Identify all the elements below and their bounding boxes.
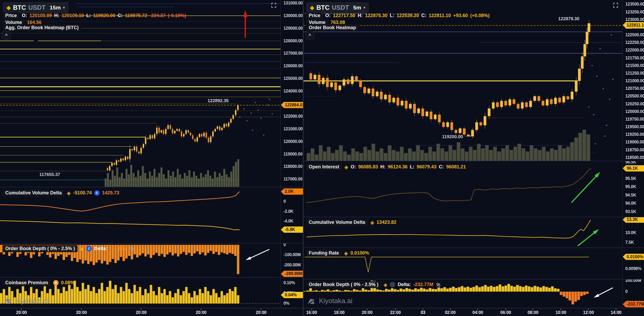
- bitcoin-icon: B: [53, 280, 59, 286]
- delta-value: -232.77M: [413, 282, 433, 287]
- right-oi-row: Open Interest ◈ O:96085.83 H:96124.36 L:…: [306, 163, 466, 170]
- axis-tick: 127000.00: [283, 51, 303, 56]
- right-oi-pane: 96.5K95.5K95.0K94.5K94.0K93.5K96.1K Open…: [303, 161, 644, 217]
- low-key: L:: [410, 164, 414, 170]
- unlink-icon[interactable]: [436, 282, 441, 287]
- axis-tick: 117000.00: [283, 177, 302, 182]
- axis-tick: 121250.00: [625, 71, 644, 76]
- left-symbol-selector[interactable]: ◈ BTCUSDT 15m ▾: [3, 2, 69, 13]
- right-time-axis[interactable]: 16:0018:0020:0022:000302:0004:0006:0008:…: [303, 308, 644, 316]
- right-obd-row: Order Book Depth ( 0% - 2.5% ) ◈ Delta: …: [306, 281, 441, 288]
- close-value: 122811.10: [429, 13, 451, 18]
- link-icon[interactable]: [130, 246, 135, 251]
- price-badge: 122884.01: [281, 102, 303, 108]
- high-key: H:: [54, 13, 59, 18]
- time-tick: 03: [421, 309, 425, 315]
- funding-value: 0.0100%: [350, 250, 369, 256]
- right-obd-axis[interactable]: 200.00M0-200.00M-232.77M: [622, 279, 644, 308]
- right-symbol-row: ◈ BTCUSDT 5m ▾: [306, 2, 369, 13]
- axis-tick: 0%: [283, 301, 290, 306]
- axis-tick: -100.00M: [283, 252, 301, 257]
- svg-text:117655.37: 117655.37: [39, 172, 60, 177]
- right-chart-panel: 119200.00122879.30 123500.00123250.00123…: [303, 0, 644, 316]
- axis-tick: 122250.00: [625, 40, 644, 45]
- axis-tick: 118750.00: [625, 148, 644, 152]
- change-value: +93.60: [453, 13, 468, 18]
- price-badge: -232.77M: [623, 301, 644, 307]
- time-tick: 08:00: [528, 309, 538, 315]
- left-premium-axis[interactable]: 0.10%0.05%0%0.04%: [281, 278, 303, 308]
- axis-tick: 93.5K: [625, 209, 636, 214]
- svg-text:122879.30: 122879.30: [558, 16, 579, 21]
- time-tick: 20:00: [196, 309, 206, 315]
- axis-tick: 123000.00: [625, 17, 644, 22]
- axis-tick: 120500.00: [625, 94, 644, 99]
- axis-tick: 200.00M: [625, 279, 641, 283]
- right-cvd-axis[interactable]: 10.0K7.5K13.3K: [622, 217, 644, 247]
- collapse-icon: ^: [308, 33, 311, 38]
- axis-tick: 125000.00: [283, 76, 303, 81]
- axis-tick: 119500.00: [625, 125, 644, 129]
- close-key: C:: [439, 164, 444, 170]
- price-badge: 13.3K: [623, 217, 644, 223]
- kiyotaka-logo-icon: [3, 297, 13, 305]
- time-tick: 14:00: [611, 309, 621, 315]
- left-symbol-row: ◈ BTCUSDT 15m ▾: [3, 2, 69, 13]
- watermark: Kiyotaka.ai: [3, 297, 48, 305]
- axis-tick: 0: [283, 244, 286, 247]
- delta-key: Delta:: [94, 246, 107, 251]
- high-key: H:: [381, 164, 386, 170]
- change-value: -224.37: [149, 13, 165, 18]
- time-tick: 04:00: [473, 309, 483, 315]
- axis-tick: 118000.00: [283, 164, 302, 169]
- left-heatmap-row: Agg. Order Book Heatmap (BTC): [3, 24, 81, 31]
- price-badge: 2.0K: [281, 188, 303, 195]
- axis-tick: 0: [283, 199, 286, 204]
- right-oi-axis[interactable]: 96.5K95.5K95.0K94.5K94.0K93.5K96.1K: [622, 161, 644, 217]
- right-funding-axis[interactable]: 0.0098%0.0100%: [622, 248, 644, 279]
- right-main-pane: 119200.00122879.30 123500.00123250.00123…: [303, 0, 644, 161]
- collapse-icon: ^: [5, 33, 7, 38]
- axis-tick: 131000.00: [283, 1, 303, 6]
- axis-tick: 122000.00: [283, 114, 303, 119]
- cvd-value: 13423.82: [377, 220, 396, 225]
- axis-tick: 94.0K: [625, 201, 636, 206]
- axis-tick: 95.5K: [625, 176, 636, 181]
- right-price-axis[interactable]: 123500.00123250.00123000.00122750.001225…: [622, 0, 644, 161]
- kiyotaka-logo-icon: [307, 297, 317, 305]
- left-obd-axis[interactable]: 0-100.00M-200.00M-289.89M: [281, 244, 303, 277]
- binance-icon: ◈: [67, 190, 71, 196]
- left-price-axis[interactable]: 131000.00130000.00129000.00128000.001270…: [281, 0, 303, 187]
- trading-dashboard: 122892.35117655.37 131000.00130000.00129…: [0, 0, 644, 316]
- axis-tick: 126000.00: [283, 64, 303, 68]
- axis-tick: 118500.00: [625, 155, 644, 160]
- time-tick: 18:00: [334, 309, 345, 315]
- binance-icon: ◈: [344, 251, 348, 256]
- close-key: C:: [421, 13, 426, 18]
- fullscreen-icon[interactable]: [612, 2, 619, 9]
- price-badge: 0.04%: [281, 292, 303, 298]
- oi-low-value: 96079.43: [417, 164, 437, 170]
- axis-tick: -2.0K: [283, 209, 293, 214]
- axis-tick: 124000.00: [283, 89, 303, 94]
- fullscreen-icon[interactable]: [271, 2, 277, 9]
- binance-icon: ◈: [383, 282, 387, 287]
- axis-tick: 120000.00: [283, 139, 303, 144]
- right-symbol-selector[interactable]: ◈ BTCUSDT 5m ▾: [306, 2, 369, 13]
- obd-label: Order Book Depth ( 0% - 2.5% ): [306, 281, 381, 288]
- obd-label: Order Book Depth ( 0% - 2.5% ): [3, 245, 78, 252]
- axis-tick: 7.5K: [625, 240, 634, 245]
- coinbase-icon: C: [94, 190, 100, 196]
- axis-tick: 10.0K: [625, 230, 636, 235]
- axis-tick: 121750.00: [625, 56, 644, 60]
- collapse-button[interactable]: ^: [306, 32, 314, 39]
- right-funding-pane: 0.0098%0.0100% Funding Rate ◈ 0.0100%: [303, 247, 644, 279]
- collapse-button[interactable]: ^: [2, 32, 11, 39]
- axis-tick: 129000.00: [283, 26, 303, 31]
- axis-tick: 119250.00: [625, 132, 644, 137]
- axis-tick: 119750.00: [625, 117, 644, 122]
- axis-tick: 121000.00: [625, 79, 644, 83]
- exchange-icon: [390, 282, 395, 287]
- left-cvd-axis[interactable]: 0-2.0K-4.0K2.0K-5.8K: [281, 187, 303, 243]
- left-time-axis[interactable]: 20:0020:0020:0020:0020:00: [0, 308, 303, 316]
